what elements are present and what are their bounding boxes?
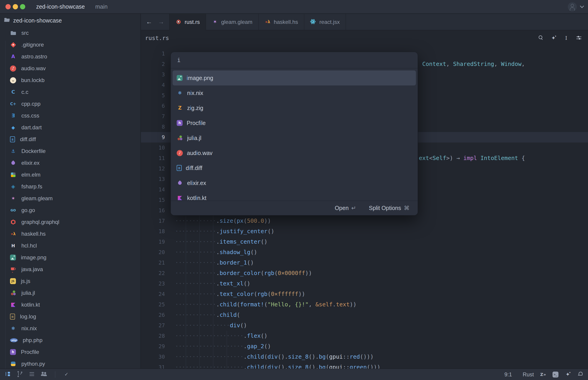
file-finder-result-Procfile[interactable]: hProcfile: [173, 115, 416, 131]
code-line-25[interactable]: 25············.child(format!("Hello, {}!…: [141, 299, 588, 310]
sidebar-item-elixir.ex[interactable]: elixir.ex: [0, 157, 140, 169]
react-icon: [310, 19, 316, 25]
cursor-position[interactable]: 9:1: [504, 371, 512, 378]
nav-forward-button[interactable]: →: [158, 19, 164, 25]
sidebar-item-image.png[interactable]: image.png: [0, 252, 140, 264]
code-line-28[interactable]: 28····················.flex(): [141, 331, 588, 341]
terminal-button[interactable]: >_: [552, 372, 558, 378]
assistant-button[interactable]: ✦✦: [565, 371, 571, 378]
sidebar-item-go.go[interactable]: GOgo.go: [0, 204, 140, 216]
sidebar-item-haskell.hs[interactable]: »λhaskell.hs: [0, 228, 140, 240]
split-options-button[interactable]: Split Options ⌘: [368, 205, 411, 212]
sidebar-item-src[interactable]: src: [0, 27, 140, 39]
sidebar-item-bun.lockb[interactable]: ᴗbun.lockb: [0, 74, 140, 86]
user-avatar[interactable]: [568, 2, 577, 11]
code-line-30[interactable]: 30····················.child(div().size_…: [141, 352, 588, 362]
file-finder-result-kotlin.kt[interactable]: kotlin.kt: [173, 190, 416, 201]
sidebar-item-julia.jl[interactable]: julia.jl: [0, 287, 140, 299]
file-finder-result-image.png[interactable]: image.png: [173, 71, 416, 85]
result-label: Procfile: [187, 120, 206, 126]
code-line-24[interactable]: 24············.text_color(rgb(0×ffffff)): [141, 289, 588, 299]
code-line-26[interactable]: 26············.child(: [141, 310, 588, 320]
sidebar-item-php.php[interactable]: phpphp.php: [0, 334, 140, 346]
sidebar-item-label: image.png: [21, 254, 46, 261]
sidebar-item-cpp.cpp[interactable]: C+cpp.cpp: [0, 98, 140, 110]
bell-icon: [577, 371, 584, 377]
git-panel-button[interactable]: [17, 371, 23, 378]
sidebar-item-graphql.graphql[interactable]: graphql.graphql: [0, 216, 140, 228]
sidebar-item-Procfile[interactable]: hProcfile: [0, 346, 140, 358]
sidebar-item-Dockerfile[interactable]: ⚓Dockerfile: [0, 145, 140, 157]
code-line-21[interactable]: 21············.border_1(): [141, 258, 588, 268]
code-line-text: ············.items_center(): [175, 237, 267, 247]
sidebar-item-nix.nix[interactable]: ❄nix.nix: [0, 323, 140, 334]
search-button[interactable]: [538, 35, 544, 42]
breadcrumb[interactable]: rust.rs: [141, 35, 169, 41]
sidebar-item-fsharp.fs[interactable]: ◈fsharp.fs: [0, 181, 140, 192]
sidebar-item-log.log[interactable]: ≡log.log: [0, 311, 140, 323]
outline-panel-button[interactable]: [29, 371, 35, 378]
minimize-button[interactable]: [13, 4, 18, 9]
sidebar-item-elm.elm[interactable]: elm.elm: [0, 169, 140, 181]
sidebar-item-c.c[interactable]: Cc.c: [0, 86, 140, 98]
sidebar-item-label: haskell.hs: [21, 231, 46, 237]
tab-haskell.hs[interactable]: »λhaskell.hs: [258, 14, 304, 30]
diagnostics-button[interactable]: ✓: [63, 371, 70, 378]
notifications-button[interactable]: [577, 371, 584, 378]
collab-panel-button[interactable]: [41, 371, 47, 378]
sidebar-item-audio.wav[interactable]: ♪audio.wav: [0, 62, 140, 74]
file-finder-result-audio.wav[interactable]: ♪audio.wav: [173, 145, 416, 160]
code-line-29[interactable]: 29····················.gap_2(): [141, 341, 588, 352]
code-line-17[interactable]: 17············.size(px(500.0)): [141, 216, 588, 226]
sidebar-item-gleam.gleam[interactable]: ✶gleam.gleam: [0, 192, 140, 204]
project-root-row[interactable]: zed-icon-showcase: [0, 14, 140, 27]
sidebar-item-label: astro.astro: [21, 53, 47, 60]
code-line-23[interactable]: 23············.text_xl(): [141, 278, 588, 289]
elm-icon: [10, 171, 16, 178]
code-line-31[interactable]: 31····················.child(div().size_…: [141, 362, 588, 369]
inline-assist-button[interactable]: ✦✦: [550, 35, 557, 41]
file-finder-result-elixir.ex[interactable]: elixir.ex: [173, 175, 416, 190]
edit-mode-button[interactable]: I: [563, 35, 569, 41]
cpp-icon: C+: [10, 101, 16, 107]
code-line-18[interactable]: 18············.justify_center(): [141, 226, 588, 237]
file-finder-input[interactable]: i: [171, 52, 418, 68]
sidebar-item-js.js[interactable]: JSjs.js: [0, 275, 140, 287]
tab-rust.rs[interactable]: ⚙Rrust.rs: [169, 14, 206, 30]
project-panel-button[interactable]: [4, 371, 11, 378]
file-finder-result-julia.jl[interactable]: julia.jl: [173, 131, 416, 145]
tab-react.jsx[interactable]: react.jsx: [304, 14, 346, 30]
project-menu-button[interactable]: zed-icon-showcase: [35, 3, 86, 10]
result-label: elixir.ex: [187, 180, 206, 186]
open-button[interactable]: Open ↵: [333, 205, 357, 212]
file-finder-result-zig.zig[interactable]: Zzig.zig: [173, 100, 416, 115]
language-selector[interactable]: Rust: [523, 371, 534, 378]
nav-back-button[interactable]: ←: [146, 19, 152, 25]
chevron-down-icon[interactable]: [580, 4, 584, 8]
code-line-20[interactable]: 20············.shadow_lg(): [141, 247, 588, 258]
php-icon: php: [10, 338, 18, 342]
go-icon: GO: [10, 207, 16, 213]
sidebar-item-java.java[interactable]: java.java: [0, 264, 140, 275]
sidebar-item-diff.diff[interactable]: ±diff.diff: [0, 133, 140, 145]
sidebar-item-python.py[interactable]: python.py: [0, 358, 140, 369]
sidebar-item-hcl.hcl[interactable]: Hhcl.hcl: [0, 240, 140, 252]
haskell-icon: »λ: [10, 231, 16, 237]
code-line-27[interactable]: 27················div(): [141, 320, 588, 331]
editor-controls-button[interactable]: [576, 35, 582, 42]
sidebar-item-.gitignore[interactable]: .gitignore: [0, 39, 140, 51]
close-button[interactable]: [5, 4, 11, 9]
file-finder-result-nix.nix[interactable]: ❄nix.nix: [173, 85, 416, 100]
zoom-button[interactable]: [20, 4, 25, 9]
sidebar-item-css.css[interactable]: Ǝcss.css: [0, 110, 140, 122]
code-line-text: ············.text_color(rgb(0×ffffff)): [175, 289, 305, 299]
file-finder-result-diff.diff[interactable]: ±diff.diff: [173, 160, 416, 175]
code-line-22[interactable]: 22············.border_color(rgb(0×0000ff…: [141, 268, 588, 278]
sidebar-item-dart.dart[interactable]: ◆dart.dart: [0, 122, 140, 133]
branch-menu-button[interactable]: main: [94, 3, 109, 10]
tab-gleam.gleam[interactable]: ✶gleam.gleam: [206, 14, 258, 30]
sidebar-item-kotlin.kt[interactable]: kotlin.kt: [0, 299, 140, 311]
edit-prediction-button[interactable]: Z»: [540, 371, 546, 378]
sidebar-item-astro.astro[interactable]: Aastro.astro: [0, 51, 140, 62]
code-line-19[interactable]: 19············.items_center(): [141, 237, 588, 247]
